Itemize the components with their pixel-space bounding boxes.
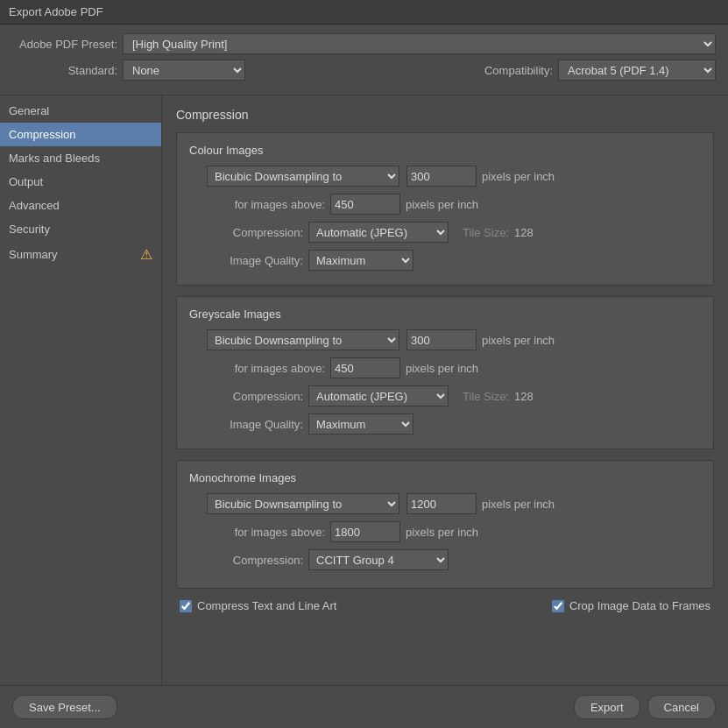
sidebar-item-summary[interactable]: Summary ⚠ [0,241,161,268]
sidebar-item-output[interactable]: Output [0,170,161,194]
standard-select[interactable]: None PDF/X-1a PDF/X-3 PDF/X-4 [123,60,245,81]
greyscale-forimages-value[interactable] [330,357,400,378]
greyscale-images-title: Greyscale Images [189,307,701,321]
preset-row: Adobe PDF Preset: [High Quality Print] [12,33,716,54]
greyscale-quality-select[interactable]: Minimum Low Medium High Maximum [308,413,413,435]
colour-compression-row: Compression: None Automatic (JPEG) JPEG … [189,222,701,243]
title-bar: Export Adobe PDF [0,0,728,25]
crop-image-label: Crop Image Data to Frames [569,599,710,612]
monochrome-compression-select[interactable]: None CCITT Group 3 CCITT Group 4 ZIP Run… [308,549,449,570]
sidebar-item-marks-and-bleeds[interactable]: Marks and Bleeds [0,146,161,170]
colour-forimages-value[interactable] [330,194,400,215]
content-area: Compression Colour Images Bicubic Downsa… [162,95,728,685]
section-title: Compression [176,108,714,122]
colour-compression-select[interactable]: None Automatic (JPEG) JPEG JPEG 2000 ZIP [308,222,449,243]
cancel-button[interactable]: Cancel [647,695,716,719]
sidebar-item-general[interactable]: General [0,99,161,123]
greyscale-downsample-unit: pixels per inch [482,334,555,347]
monochrome-forimages-row: for images above: pixels per inch [189,521,701,542]
preset-select[interactable]: [High Quality Print] [123,33,716,54]
crop-image-checkbox-item: Crop Image Data to Frames [552,599,710,612]
colour-downsample-select[interactable]: Bicubic Downsampling to Average Downsamp… [207,166,399,187]
bottom-bar: Save Preset... Export Cancel [0,685,728,728]
colour-images-section: Colour Images Bicubic Downsampling to Av… [176,132,714,286]
greyscale-forimages-unit: pixels per inch [406,362,478,375]
colour-forimages-unit: pixels per inch [406,198,478,211]
sidebar-item-advanced[interactable]: Advanced [0,194,161,217]
sidebar-item-security[interactable]: Security [0,217,161,241]
sidebar-item-compression[interactable]: Compression [0,123,161,146]
sidebar-label-marks: Marks and Bleeds [9,152,100,165]
greyscale-forimages-row: for images above: pixels per inch [189,357,701,378]
sidebar-label-general: General [9,104,49,117]
monochrome-compression-label: Compression: [207,554,303,567]
sidebar: General Compression Marks and Bleeds Out… [0,95,162,685]
preset-label: Adobe PDF Preset: [12,38,117,51]
monochrome-downsample-value[interactable] [406,493,477,514]
greyscale-tile-label: Tile Size: [463,390,509,403]
greyscale-compression-select[interactable]: None Automatic (JPEG) JPEG JPEG 2000 ZIP [308,385,449,406]
standard-row: Standard: None PDF/X-1a PDF/X-3 PDF/X-4 … [12,60,716,81]
monochrome-downsample-row: Bicubic Downsampling to Average Downsamp… [189,493,701,514]
greyscale-tile-value: 128 [514,390,534,403]
sidebar-label-output: Output [9,175,43,188]
monochrome-compression-row: Compression: None CCITT Group 3 CCITT Gr… [189,549,701,570]
warning-icon: ⚠ [140,246,152,263]
colour-tile-value: 128 [514,226,534,239]
greyscale-downsample-select[interactable]: Bicubic Downsampling to Average Downsamp… [207,329,399,350]
title-label: Export Adobe PDF [9,5,103,18]
sidebar-label-compression: Compression [9,128,76,141]
colour-downsample-value[interactable] [406,166,477,187]
monochrome-images-section: Monochrome Images Bicubic Downsampling t… [176,460,714,589]
crop-image-checkbox[interactable] [552,600,564,612]
colour-quality-select[interactable]: Minimum Low Medium High Maximum [308,250,413,271]
colour-quality-label: Image Quality: [207,254,303,267]
colour-downsample-row: Bicubic Downsampling to Average Downsamp… [189,166,701,187]
monochrome-forimages-label: for images above: [207,526,325,539]
colour-forimages-row: for images above: pixels per inch [189,194,701,215]
colour-downsample-unit: pixels per inch [482,170,555,183]
monochrome-forimages-value[interactable] [330,521,400,542]
save-preset-button[interactable]: Save Preset... [12,695,117,719]
monochrome-forimages-unit: pixels per inch [406,526,478,539]
main-content: General Compression Marks and Bleeds Out… [0,95,728,685]
compress-text-checkbox-item: Compress Text and Line Art [180,599,336,612]
compress-text-checkbox[interactable] [180,600,192,612]
greyscale-quality-row: Image Quality: Minimum Low Medium High M… [189,413,701,435]
monochrome-images-title: Monochrome Images [189,471,701,484]
greyscale-quality-label: Image Quality: [207,418,303,431]
checkboxes-row: Compress Text and Line Art Crop Image Da… [176,599,714,612]
sidebar-label-advanced: Advanced [9,199,60,212]
standard-label: Standard: [12,64,117,77]
sidebar-label-security: Security [9,223,50,236]
top-bar: Adobe PDF Preset: [High Quality Print] S… [0,25,728,95]
colour-quality-row: Image Quality: Minimum Low Medium High M… [189,250,701,271]
export-button[interactable]: Export [574,695,640,719]
greyscale-compression-row: Compression: None Automatic (JPEG) JPEG … [189,385,701,406]
greyscale-compression-label: Compression: [207,390,303,403]
colour-images-title: Colour Images [189,144,701,157]
greyscale-forimages-label: for images above: [207,362,325,375]
monochrome-downsample-unit: pixels per inch [482,498,555,511]
monochrome-downsample-select[interactable]: Bicubic Downsampling to Average Downsamp… [207,493,399,514]
compatibility-label: Compatibility: [484,64,553,77]
dialog: Export Adobe PDF Adobe PDF Preset: [High… [0,0,728,728]
compatibility-select[interactable]: Acrobat 4 (PDF 1.3) Acrobat 5 (PDF 1.4) … [558,60,716,81]
colour-compression-label: Compression: [207,226,303,239]
greyscale-images-section: Greyscale Images Bicubic Downsampling to… [176,296,714,449]
greyscale-downsample-value[interactable] [406,329,477,350]
greyscale-downsample-row: Bicubic Downsampling to Average Downsamp… [189,329,701,350]
colour-forimages-label: for images above: [207,198,325,211]
colour-tile-label: Tile Size: [463,226,509,239]
compress-text-label: Compress Text and Line Art [197,599,336,612]
sidebar-label-summary: Summary [9,248,58,261]
